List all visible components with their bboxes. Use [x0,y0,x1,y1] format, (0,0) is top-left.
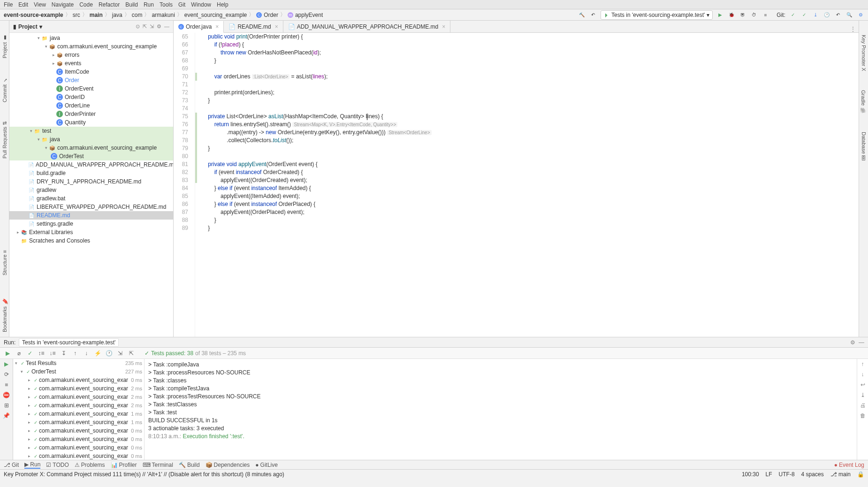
test-row[interactable]: ▸✓com.armakuni.event_sourcing_exar1 ms [13,418,144,426]
status-position[interactable]: 100:30 [742,471,759,478]
pin-icon[interactable]: 📌 [3,412,10,419]
clear-icon[interactable]: 🗑 [860,412,866,419]
coverage-button[interactable]: ⛨ [739,11,746,19]
bottom-tab-profiler[interactable]: 📊 Profiler [111,462,137,468]
git-push-icon[interactable]: ✓ [800,11,808,19]
editor-tab-readme[interactable]: 📄README.md× [224,21,283,32]
git-update-icon[interactable]: ⤓ [812,11,819,19]
test-row[interactable]: ▸✓com.armakuni.event_sourcing_exar2 ms [13,384,144,393]
rerun-failed-icon[interactable]: ⟳ [4,371,9,378]
bottom-tab-gitlive[interactable]: ● GitLive [255,462,278,468]
breadcrumb-com[interactable]: com [132,12,143,18]
test-row[interactable]: ▸✓com.armakuni.event_sourcing_exar2 ms [13,401,144,410]
status-encoding[interactable]: UTF-8 [779,471,795,478]
breadcrumb-src[interactable]: src [73,12,80,18]
bottom-tab-dependencies[interactable]: 📦 Dependencies [206,462,250,468]
test-row[interactable]: ▸✓com.armakuni.event_sourcing_exar0 ms [13,376,144,384]
test-ordertest[interactable]: ▾✓OrderTest227 ms [13,367,144,376]
tree-file-4[interactable]: 📄gradlew.bat [9,194,173,203]
tree-class-orderprinter[interactable]: IOrderPrinter [9,110,173,118]
breadcrumb-armakuni[interactable]: armakuni [152,12,175,18]
tree-class-orderevent[interactable]: IOrderEvent [9,84,173,93]
menu-run[interactable]: Run [144,1,154,8]
code-content[interactable]: public void print(OrderPrinter printer) … [199,33,859,337]
test-row[interactable]: ▸✓com.armakuni.event_sourcing_exar2 ms [13,393,144,401]
test-row[interactable]: ▸✓com.armakuni.event_sourcing_exar0 ms [13,443,144,452]
scroll-up-icon[interactable]: ↑ [861,361,864,367]
bottom-tab-git[interactable]: ⎇ Git [4,462,19,468]
run-config-dropdown[interactable]: ⏵ Tests in 'event-sourcing-example.test'… [601,10,713,20]
tree-external-libs[interactable]: ▸📚External Libraries [9,228,173,236]
sidebar-bookmarks-tab[interactable]: Bookmarks 🔖 [1,299,8,332]
run-config-label[interactable]: Tests in 'event-sourcing-example.test' [19,338,119,347]
sort-button-2[interactable]: ↓≡ [49,350,56,357]
test-row[interactable]: ▸✓com.armakuni.event_sourcing_exar0 ms [13,452,144,460]
scroll-to-end-icon[interactable]: ⤓ [860,392,865,398]
hide-icon[interactable]: — [164,23,169,30]
breadcrumb-class[interactable]: Order [264,12,278,18]
target-icon[interactable]: ⊙ [136,23,140,30]
test-results-tree[interactable]: ▾✓Test Results235 ms ▾✓OrderTest227 ms ▸… [13,359,145,460]
filter-passed-button[interactable]: ✓ [26,350,34,357]
collapse-icon[interactable]: ⇲ [150,23,154,30]
menu-window[interactable]: Window [191,1,211,8]
collapse-button[interactable]: ↧ [60,350,68,357]
rerun-button[interactable]: ▶ [4,350,11,357]
tree-class-orderid[interactable]: COrderID [9,93,173,101]
sidebar-database-tab[interactable]: Database 🗄 [861,132,867,160]
hide-icon[interactable]: — [859,339,864,346]
menu-build[interactable]: Build [125,1,138,8]
tree-file-1[interactable]: 📄build.gradle [9,169,173,177]
editor-tab-order[interactable]: COrder.java× [174,21,224,33]
import-icon[interactable]: ⇲ [116,350,124,357]
export-icon[interactable]: ⇱ [128,350,135,357]
bottom-tab-terminal[interactable]: ⌨ Terminal [143,462,173,468]
status-indent[interactable]: 4 spaces [801,471,824,478]
bottom-tab-build[interactable]: 🔨 Build [179,462,200,468]
tree-class-ordertest[interactable]: COrderTest [9,152,173,160]
sidebar-commit-tab[interactable]: Commit ✓ [1,77,8,102]
profile-button[interactable]: ⏱ [750,11,758,19]
status-lock-icon[interactable]: 🔒 [857,471,864,478]
menu-view[interactable]: View [34,1,46,8]
sidebar-structure-tab[interactable]: Structure ≡ [2,250,8,275]
scroll-down-icon[interactable]: ↓ [861,371,864,378]
close-icon[interactable]: × [442,23,445,30]
menu-refactor[interactable]: Refactor [99,1,120,8]
prev-test-button[interactable]: ↑ [71,350,79,357]
editor-tab-wrapper-readme[interactable]: 📄ADD_MANUAL_WRAPPER_APPROACH_README.md× [283,21,450,32]
test-history-icon[interactable]: 🕐 [105,350,113,357]
print-icon[interactable]: 🖨 [860,402,866,409]
status-branch[interactable]: ⎇ main [830,471,851,478]
stop-button[interactable]: ■ [761,11,769,19]
test-runner-icon[interactable]: ⚡ [94,350,101,357]
menu-navigate[interactable]: Navigate [52,1,74,8]
event-log-button[interactable]: ● Event Log [834,462,864,468]
test-row[interactable]: ▸✓com.armakuni.event_sourcing_exar0 ms [13,435,144,443]
chevron-down-icon[interactable]: ▾ [39,23,42,30]
menu-code[interactable]: Code [79,1,93,8]
console-output[interactable]: > Task :compileJava> Task :processResour… [145,359,857,460]
git-rollback-icon[interactable]: ↶ [834,11,842,19]
stop-icon[interactable]: ■ [5,381,8,388]
tree-test-package[interactable]: ▾📦com.armakuni.event_sourcing_example [9,144,173,152]
tree-file-5[interactable]: 📄LIBERATE_WRAPPED_APPROACH_README.md [9,203,173,211]
breadcrumb-project[interactable]: event-source-example [4,12,63,18]
status-line-sep[interactable]: LF [766,471,772,478]
tree-scratches[interactable]: 📁Scratches and Consoles [9,236,173,245]
bottom-tab-problems[interactable]: ⚠ Problems [75,462,105,468]
layout-icon[interactable]: ⊞ [4,402,9,409]
close-icon[interactable]: × [275,23,278,30]
tree-file-3[interactable]: 📄gradlew [9,186,173,194]
bottom-tab-todo[interactable]: ☑ TODO [46,462,69,468]
git-history-icon[interactable]: 🕐 [823,11,830,19]
code-area[interactable]: ⚠ 3 ˄ ˅ 65666768697071727374757677787980… [174,33,859,337]
project-tree[interactable]: ▾📁java ▾📦com.armakuni.event_sourcing_exa… [9,33,173,337]
tree-package[interactable]: ▾📦com.armakuni.event_sourcing_example [9,42,173,51]
close-icon[interactable]: × [215,23,219,30]
toggle-button[interactable]: ⌀ [15,350,23,357]
editor-more-icon[interactable]: ⋮ [847,26,859,32]
breadcrumb-method[interactable]: applyEvent [295,12,323,18]
search-everywhere-icon[interactable]: 🔍 [845,11,853,19]
tree-test-java-folder[interactable]: ▾📁java [9,135,173,144]
